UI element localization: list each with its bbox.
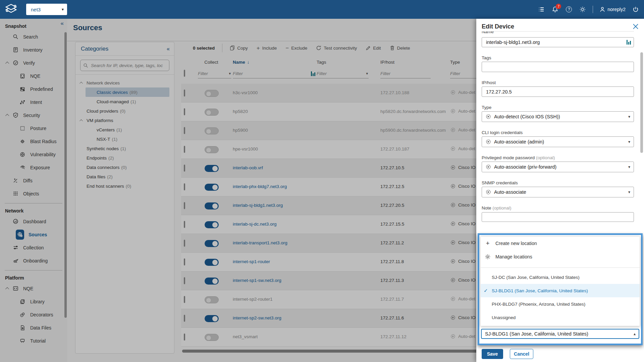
forward-networks-logo-icon xyxy=(4,3,18,16)
auto-detect-icon xyxy=(485,114,491,120)
location-select[interactable]: SJ-BLDG1 (San Jose, California, United S… xyxy=(481,329,639,339)
drawer-title: Edit Device xyxy=(482,23,514,30)
snmp-credentials-label: SNMP credentials xyxy=(482,180,634,185)
privileged-password-label: Privileged mode password (optional) xyxy=(482,155,634,160)
chevron-down-icon: ▾ xyxy=(628,190,630,194)
gear-icon xyxy=(485,254,491,260)
check-icon: ✓ xyxy=(484,288,488,294)
user-menu[interactable]: noreply2 xyxy=(599,6,626,12)
network-selector-value: net3 xyxy=(31,7,41,12)
chevron-down-icon: ▾ xyxy=(628,139,630,144)
chevron-down-icon: ▾ xyxy=(62,7,64,12)
topbar-divider xyxy=(593,6,593,13)
location-option-selected[interactable]: ✓ SJ-BLDG1 (San Jose, California, United… xyxy=(481,284,640,297)
chevron-down-icon: ▾ xyxy=(628,114,630,119)
ip-field[interactable] xyxy=(482,86,634,97)
location-option[interactable]: SJ-DC (San Jose, California, United Stat… xyxy=(481,270,640,284)
notification-count-badge: 7 xyxy=(556,4,561,9)
brightness-icon[interactable] xyxy=(579,6,586,13)
cancel-button[interactable]: Cancel xyxy=(510,349,533,359)
help-icon[interactable]: ? xyxy=(565,6,573,13)
save-button[interactable]: Save xyxy=(482,349,503,359)
chevron-up-icon: ▴ xyxy=(634,331,636,336)
tags-input[interactable] xyxy=(485,64,630,70)
regex-icon[interactable] xyxy=(627,40,631,45)
edit-device-form: Name Tags IP/host Type Auto-detect (Cisc… xyxy=(482,31,634,232)
cli-credentials-select[interactable]: Auto-associate (admin) ▾ xyxy=(482,136,634,147)
edit-device-drawer: Edit Device Name Tags IP/host Type Auto-… xyxy=(476,19,644,362)
tags-field[interactable] xyxy=(482,62,634,72)
snmp-credentials-select[interactable]: Auto-associate ▾ xyxy=(482,187,634,197)
ip-input[interactable] xyxy=(485,89,630,95)
close-icon[interactable] xyxy=(633,23,639,29)
plus-icon: + xyxy=(485,240,491,247)
logout-power-icon[interactable] xyxy=(632,6,639,13)
location-dropdown-focus: + Create new location Manage locations S… xyxy=(478,233,643,345)
auto-associate-icon xyxy=(485,164,491,170)
drawer-scrollbar[interactable] xyxy=(640,52,643,153)
type-select[interactable]: Auto-detect (Cisco IOS (SSH)) ▾ xyxy=(482,111,634,122)
privileged-password-select[interactable]: Auto-associate (priv-forward) ▾ xyxy=(482,162,634,172)
notifications-bell-icon[interactable]: 7 xyxy=(551,6,559,13)
top-bar: net3 ▾ 7 ? n xyxy=(0,0,644,19)
username: noreply2 xyxy=(607,7,626,12)
note-label: Note (optional) xyxy=(482,205,634,210)
auto-associate-icon xyxy=(485,139,491,145)
note-field[interactable] xyxy=(482,212,634,222)
network-selector[interactable]: net3 ▾ xyxy=(26,4,67,15)
cli-credentials-label: CLI login credentials xyxy=(482,130,634,135)
chevron-down-icon: ▾ xyxy=(628,165,630,169)
name-input[interactable] xyxy=(485,39,630,45)
create-new-location-item[interactable]: + Create new location xyxy=(481,237,640,250)
auto-associate-icon xyxy=(485,189,491,195)
type-label: Type xyxy=(482,105,634,110)
user-icon xyxy=(599,6,605,12)
note-input[interactable] xyxy=(485,214,630,220)
location-option[interactable]: Unassigned xyxy=(481,311,640,324)
manage-locations-item[interactable]: Manage locations xyxy=(481,250,640,263)
name-field[interactable] xyxy=(482,37,634,47)
name-label: Name xyxy=(482,31,634,34)
tags-label: Tags xyxy=(482,55,634,60)
location-options-popup: + Create new location Manage locations S… xyxy=(480,236,640,326)
location-option[interactable]: PHX-BLDG7 (Phoenix, Arizona, United Stat… xyxy=(481,297,640,311)
task-list-icon[interactable] xyxy=(538,6,545,13)
ip-label: IP/host xyxy=(482,80,634,85)
popup-divider xyxy=(481,267,640,268)
